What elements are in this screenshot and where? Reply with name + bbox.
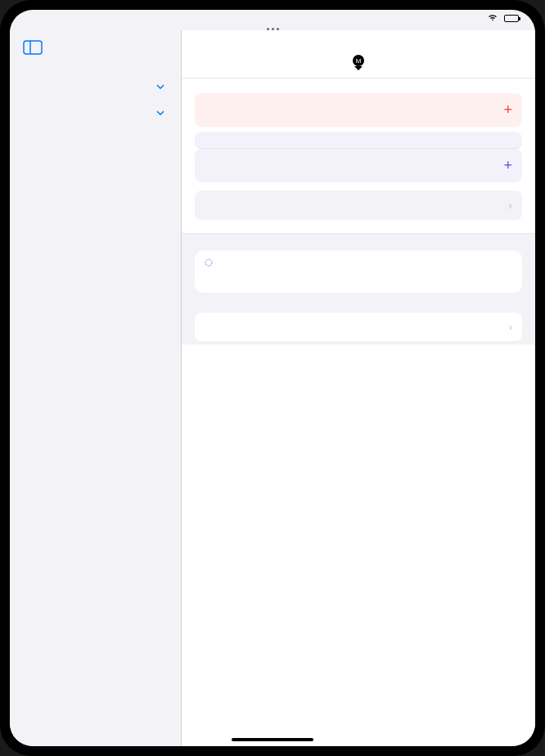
period-row[interactable]: + bbox=[195, 93, 522, 127]
disclaimer bbox=[205, 281, 512, 285]
main-panel: M + bbox=[182, 30, 535, 746]
wifi-icon bbox=[488, 14, 498, 23]
today-label bbox=[182, 43, 535, 50]
status-bar bbox=[10, 10, 535, 26]
home-indicator[interactable] bbox=[232, 738, 313, 741]
chevron-right-icon: › bbox=[508, 199, 512, 212]
factors-row[interactable]: › bbox=[195, 191, 522, 220]
sidebar-toggle-icon[interactable] bbox=[23, 40, 43, 55]
today-marker: M bbox=[353, 55, 364, 66]
add-icon: + bbox=[503, 101, 512, 119]
add-icon: + bbox=[503, 157, 512, 174]
categories-header[interactable] bbox=[10, 71, 181, 97]
records-header[interactable] bbox=[10, 97, 181, 124]
symptoms-row[interactable] bbox=[195, 132, 522, 149]
factors-hint bbox=[195, 220, 522, 223]
svg-rect-0 bbox=[24, 41, 42, 54]
cycle-icon bbox=[205, 259, 213, 268]
week-strip[interactable]: M bbox=[182, 50, 535, 79]
chevron-right-icon: › bbox=[509, 321, 512, 333]
spotting-row[interactable]: + bbox=[195, 149, 522, 182]
svg-point-2 bbox=[205, 259, 212, 266]
fertile-estimate-card[interactable] bbox=[195, 250, 522, 293]
battery-icon bbox=[504, 15, 519, 22]
app-title bbox=[10, 63, 181, 71]
chevron-down-icon bbox=[153, 106, 168, 120]
sidebar bbox=[10, 30, 182, 746]
cycle-history-row[interactable]: › bbox=[195, 313, 522, 341]
chevron-down-icon bbox=[153, 79, 168, 94]
